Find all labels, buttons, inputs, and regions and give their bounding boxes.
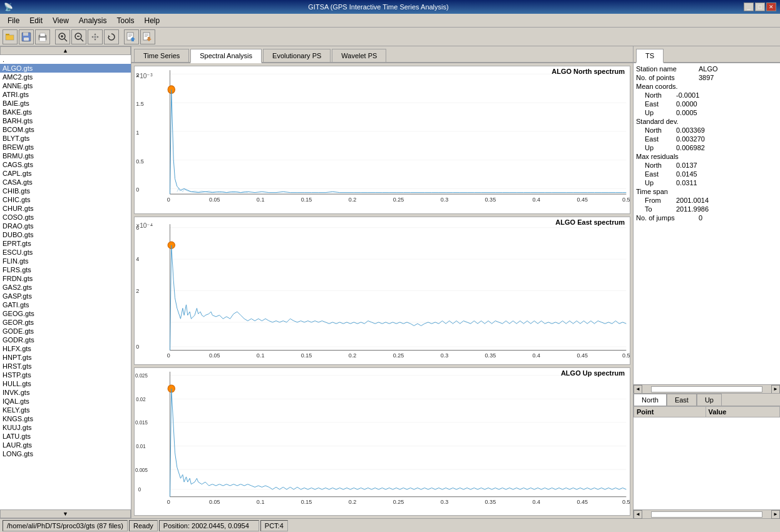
sidebar-item-2[interactable]: AMC2.gts <box>0 73 131 81</box>
menu-help[interactable]: Help <box>140 15 165 26</box>
sidebar-item-43[interactable]: LATU.gts <box>0 432 131 441</box>
export-button[interactable] <box>124 29 139 44</box>
tab-evolutionary-ps[interactable]: Evolutionary PS <box>263 49 331 62</box>
rscroll-right[interactable]: ► <box>771 510 780 519</box>
sidebar-item-7[interactable]: BARH.gts <box>0 116 131 125</box>
sidebar-item-5[interactable]: BAIE.gts <box>0 99 131 108</box>
svg-line-13 <box>81 39 83 41</box>
minimize-button[interactable]: _ <box>744 3 754 11</box>
sidebar-item-35[interactable]: HRST.gts <box>0 362 131 371</box>
scroll-left-arrow[interactable]: ◄ <box>634 385 642 394</box>
station-info-scrollbar[interactable]: ◄ ► <box>634 384 780 393</box>
close-button[interactable]: ✕ <box>766 3 776 11</box>
sidebar-item-19[interactable]: DRAO.gts <box>0 222 131 230</box>
sidebar-item-26[interactable]: GAS2.gts <box>0 283 131 292</box>
sidebar-item-22[interactable]: ESCU.gts <box>0 248 131 257</box>
sidebar-item-6[interactable]: BAKE.gts <box>0 108 131 116</box>
sidebar-item-28[interactable]: GATI.gts <box>0 300 131 309</box>
sidebar-item-11[interactable]: BRMU.gts <box>0 151 131 160</box>
status-pct: PCT:4 <box>260 520 288 531</box>
sidebar-item-4[interactable]: ATRI.gts <box>0 90 131 99</box>
tab-time-series[interactable]: Time Series <box>134 49 189 62</box>
menu-file[interactable]: File <box>3 15 24 26</box>
sidebar-item-16[interactable]: CHIC.gts <box>0 195 131 204</box>
sidebar-item-14[interactable]: CASA.gts <box>0 178 131 187</box>
sidebar-list[interactable]: .ALGO.gtsAMC2.gtsANNE.gtsATRI.gtsBAIE.gt… <box>0 55 131 509</box>
sidebar-item-29[interactable]: GEOG.gts <box>0 309 131 318</box>
sidebar-item-32[interactable]: GODR.gts <box>0 335 131 344</box>
right-scrollbar[interactable]: ◄ ► <box>634 509 780 518</box>
status-path: /home/ali/PhD/TS/proc03/gts (87 files) <box>3 520 128 531</box>
sidebar-item-40[interactable]: KELY.gts <box>0 406 131 414</box>
sidebar-item-13[interactable]: CAPL.gts <box>0 169 131 178</box>
sidebar-item-44[interactable]: LAUR.gts <box>0 441 131 449</box>
sidebar-item-30[interactable]: GEOR.gts <box>0 318 131 327</box>
print-button[interactable] <box>35 29 50 44</box>
svg-text:0.1: 0.1 <box>257 196 265 203</box>
sidebar-item-24[interactable]: FLRS.gts <box>0 265 131 274</box>
sidebar-item-45[interactable]: LONG.gts <box>0 449 131 458</box>
sidebar-item-41[interactable]: KNGS.gts <box>0 414 131 423</box>
max-north-label: North <box>645 161 676 169</box>
sidebar-item-34[interactable]: HNPT.gts <box>0 353 131 362</box>
sidebar-item-9[interactable]: BLYT.gts <box>0 134 131 143</box>
east-chart-svg[interactable]: ×10⁻⁴ 6 4 2 0 0 0.0 <box>135 217 630 364</box>
sidebar-item-12[interactable]: CAGS.gts <box>0 160 131 169</box>
zoom-in-button[interactable] <box>55 29 70 44</box>
sidebar-item-31[interactable]: GODE.gts <box>0 327 131 335</box>
maximize-button[interactable]: □ <box>755 3 765 11</box>
svg-rect-23 <box>145 35 148 36</box>
sidebar-item-1[interactable]: ALGO.gts <box>0 64 131 73</box>
pan-button[interactable] <box>88 29 103 44</box>
menu-edit[interactable]: Edit <box>24 15 48 26</box>
sidebar-item-20[interactable]: DUBO.gts <box>0 230 131 239</box>
sidebar-item-25[interactable]: FRDN.gts <box>0 274 131 283</box>
north-chart-svg[interactable]: ×10⁻³ 2 1.5 1 0.5 0 <box>135 66 630 213</box>
sidebar-item-23[interactable]: FLIN.gts <box>0 257 131 265</box>
sidebar-item-39[interactable]: IQAL.gts <box>0 397 131 406</box>
no-jumps-value: 0 <box>699 214 702 222</box>
sidebar-scroll-down[interactable]: ▼ <box>0 509 131 518</box>
sidebar-item-21[interactable]: EPRT.gts <box>0 239 131 248</box>
sidebar-item-8[interactable]: BCOM.gts <box>0 125 131 134</box>
sidebar-item-0[interactable]: . <box>0 55 131 64</box>
rscroll-left[interactable]: ◄ <box>634 510 642 519</box>
import-button[interactable] <box>140 29 155 44</box>
reset-button[interactable] <box>104 29 119 44</box>
menu-analysis[interactable]: Analysis <box>74 15 112 26</box>
scroll-track[interactable] <box>651 386 762 392</box>
rscroll-track[interactable] <box>651 511 762 518</box>
svg-text:0.3: 0.3 <box>441 352 449 359</box>
menu-view[interactable]: View <box>48 15 74 26</box>
sidebar-item-15[interactable]: CHIB.gts <box>0 187 131 195</box>
sidebar-item-17[interactable]: CHUR.gts <box>0 204 131 213</box>
sidebar-item-18[interactable]: COSO.gts <box>0 213 131 222</box>
titlebar-controls[interactable]: _ □ ✕ <box>744 3 776 11</box>
sidebar-item-36[interactable]: HSTP.gts <box>0 371 131 379</box>
save-button[interactable] <box>19 29 34 44</box>
tab-spectral-analysis[interactable]: Spectral Analysis <box>190 49 262 63</box>
menu-tools[interactable]: Tools <box>112 15 140 26</box>
svg-text:0.25: 0.25 <box>393 352 404 359</box>
sidebar-item-37[interactable]: HULL.gts <box>0 379 131 388</box>
rbt-up[interactable]: Up <box>697 394 722 406</box>
tab-wavelet-ps[interactable]: Wavelet PS <box>332 49 386 62</box>
scroll-right-arrow[interactable]: ► <box>771 385 780 394</box>
svg-text:0.25: 0.25 <box>393 196 404 203</box>
right-tab-ts[interactable]: TS <box>636 49 664 63</box>
sidebar-scroll-up[interactable]: ▲ <box>0 46 131 55</box>
sidebar-item-27[interactable]: GASP.gts <box>0 292 131 300</box>
sidebar-item-3[interactable]: ANNE.gts <box>0 81 131 90</box>
sidebar-item-10[interactable]: BREW.gts <box>0 143 131 151</box>
open-button[interactable] <box>3 29 18 44</box>
rbt-east[interactable]: East <box>667 394 697 406</box>
rbt-north[interactable]: North <box>634 394 667 406</box>
up-chart-svg[interactable]: 0.025 0.02 0.015 0.01 0.005 0 0 0.05 0.1… <box>135 368 630 515</box>
sidebar-item-42[interactable]: KUUJ.gts <box>0 423 131 432</box>
charts-area: ALGO North spectrum ×10⁻³ 2 1.5 1 0.5 0 <box>131 63 633 518</box>
sidebar-item-33[interactable]: HLFX.gts <box>0 344 131 353</box>
svg-text:1.5: 1.5 <box>136 100 144 107</box>
sidebar-item-38[interactable]: INVK.gts <box>0 388 131 397</box>
svg-rect-24 <box>145 36 147 37</box>
zoom-out-button[interactable] <box>71 29 86 44</box>
